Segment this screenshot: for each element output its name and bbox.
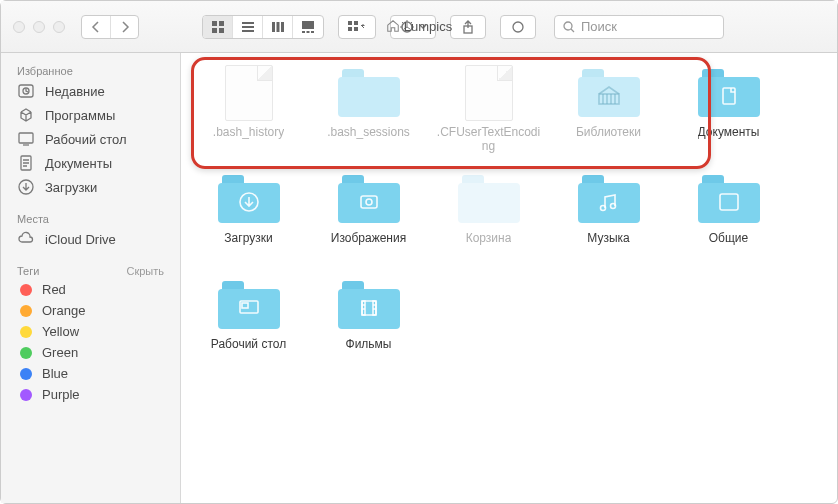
- file-item[interactable]: .CFUserTextEncoding: [431, 65, 546, 153]
- folder-icon: [338, 281, 400, 329]
- svg-rect-27: [599, 94, 619, 104]
- tag-dot-icon: [20, 326, 32, 338]
- minimize-button[interactable]: [33, 21, 45, 33]
- svg-point-32: [600, 205, 605, 210]
- tag-dot-icon: [20, 305, 32, 317]
- folder-item[interactable]: Библиотеки: [551, 65, 666, 153]
- file-item[interactable]: .bash_history: [191, 65, 306, 153]
- sidebar-item-label: Рабочий стол: [45, 132, 127, 147]
- sidebar-tag-green[interactable]: Green: [1, 342, 180, 363]
- favorites-header: Избранное: [1, 61, 180, 79]
- view-mode-switcher: [202, 15, 324, 39]
- folder-item[interactable]: Документы: [671, 65, 786, 153]
- sidebar-item-label: Программы: [45, 108, 115, 123]
- folder-glyph-icon: [236, 190, 262, 217]
- sidebar-item-label: Загрузки: [45, 180, 97, 195]
- icon-view-button[interactable]: [203, 16, 233, 38]
- folder-glyph-icon: [596, 190, 622, 217]
- svg-rect-6: [242, 30, 254, 32]
- search-input[interactable]: Поиск: [554, 15, 724, 39]
- folder-icon: [218, 175, 280, 223]
- svg-rect-24: [19, 133, 33, 143]
- folder-glyph-icon: [716, 190, 742, 217]
- folder-glyph-icon: [236, 296, 262, 323]
- svg-rect-17: [354, 27, 358, 31]
- action-menu-button[interactable]: [390, 15, 436, 39]
- folder-icon: [698, 175, 760, 223]
- group-by-dropdown[interactable]: [338, 15, 376, 39]
- gallery-view-button[interactable]: [293, 16, 323, 38]
- titlebar: Lumpics Поиск: [1, 1, 837, 53]
- svg-rect-34: [720, 194, 738, 210]
- sidebar-item-label: Red: [42, 282, 66, 297]
- item-label: Музыка: [587, 231, 629, 259]
- zoom-button[interactable]: [53, 21, 65, 33]
- sidebar-tag-orange[interactable]: Orange: [1, 300, 180, 321]
- tag-dot-icon: [20, 284, 32, 296]
- folder-item[interactable]: Изображения: [311, 171, 426, 259]
- svg-rect-11: [302, 31, 305, 33]
- finder-window: Lumpics Поиск Избранное НедавниеПрограмм…: [0, 0, 838, 504]
- svg-rect-15: [354, 21, 358, 25]
- sidebar-item-clock[interactable]: Недавние: [1, 79, 180, 103]
- svg-rect-16: [348, 27, 352, 31]
- sidebar-item-label: Green: [42, 345, 78, 360]
- svg-rect-14: [348, 21, 352, 25]
- folder-item[interactable]: .bash_sessions: [311, 65, 426, 153]
- svg-rect-38: [362, 301, 365, 315]
- folder-item[interactable]: Фильмы: [311, 277, 426, 365]
- sidebar-tag-red[interactable]: Red: [1, 279, 180, 300]
- tags-hide-button[interactable]: Скрыть: [126, 265, 164, 277]
- sidebar: Избранное НедавниеПрограммыРабочий столД…: [1, 53, 181, 503]
- svg-rect-13: [311, 31, 314, 33]
- sidebar-item-label: Purple: [42, 387, 80, 402]
- svg-rect-36: [242, 303, 248, 308]
- back-button[interactable]: [82, 16, 110, 38]
- folder-icon: [578, 69, 640, 117]
- item-label: Изображения: [331, 231, 406, 259]
- nav-buttons: [81, 15, 139, 39]
- sidebar-tag-blue[interactable]: Blue: [1, 363, 180, 384]
- share-button[interactable]: [450, 15, 486, 39]
- svg-rect-28: [723, 88, 735, 104]
- folder-item[interactable]: Общие: [671, 171, 786, 259]
- folder-item[interactable]: Рабочий стол: [191, 277, 306, 365]
- tag-dot-icon: [20, 368, 32, 380]
- forward-button[interactable]: [110, 16, 138, 38]
- sidebar-item-apps[interactable]: Программы: [1, 103, 180, 127]
- sidebar-item-label: iCloud Drive: [45, 232, 116, 247]
- tags-button[interactable]: [500, 15, 536, 39]
- svg-rect-8: [276, 22, 279, 32]
- folder-item[interactable]: Музыка: [551, 171, 666, 259]
- folder-item[interactable]: Корзина: [431, 171, 546, 259]
- svg-rect-9: [281, 22, 284, 32]
- folder-icon: [338, 69, 400, 117]
- sidebar-tag-purple[interactable]: Purple: [1, 384, 180, 405]
- folder-glyph-icon: [716, 84, 742, 111]
- tag-dot-icon: [20, 389, 32, 401]
- item-label: Фильмы: [346, 337, 392, 365]
- window-body: Избранное НедавниеПрограммыРабочий столД…: [1, 53, 837, 503]
- window-controls: [13, 21, 65, 33]
- folder-glyph-icon: [596, 84, 622, 111]
- item-label: .bash_history: [213, 125, 284, 153]
- search-icon: [563, 21, 575, 33]
- list-view-button[interactable]: [233, 16, 263, 38]
- svg-point-20: [513, 22, 523, 32]
- sidebar-item-docs[interactable]: Документы: [1, 151, 180, 175]
- sidebar-item-downloads[interactable]: Загрузки: [1, 175, 180, 199]
- close-button[interactable]: [13, 21, 25, 33]
- search-placeholder: Поиск: [581, 19, 617, 34]
- svg-rect-37: [362, 301, 376, 315]
- sidebar-item-icloud[interactable]: iCloud Drive: [1, 227, 180, 251]
- content-area[interactable]: .bash_history.bash_sessions.CFUserTextEn…: [181, 53, 837, 503]
- column-view-button[interactable]: [263, 16, 293, 38]
- file-icon: [225, 65, 273, 121]
- sidebar-item-desktop[interactable]: Рабочий стол: [1, 127, 180, 151]
- sidebar-item-label: Yellow: [42, 324, 79, 339]
- sidebar-tag-yellow[interactable]: Yellow: [1, 321, 180, 342]
- sidebar-item-label: Orange: [42, 303, 85, 318]
- folder-icon: [458, 175, 520, 223]
- folder-item[interactable]: Загрузки: [191, 171, 306, 259]
- svg-rect-1: [219, 21, 224, 26]
